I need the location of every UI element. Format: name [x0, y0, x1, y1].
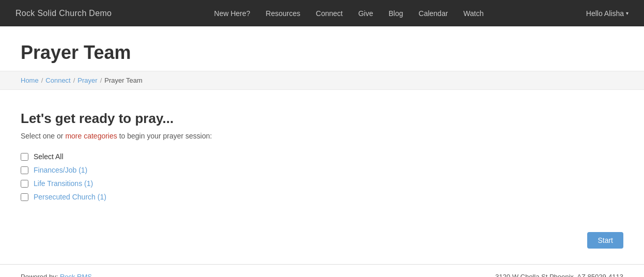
navbar-user[interactable]: Hello Alisha ▾ [586, 9, 629, 18]
breadcrumb-separator-3: / [100, 76, 102, 84]
nav-link-watch[interactable]: Watch [463, 9, 483, 18]
pray-subtext-before: Select one or [21, 132, 64, 140]
pray-subtext-highlight: more categories [65, 132, 117, 140]
checkbox-life-transitions-label[interactable]: Life Transitions (1) [34, 179, 93, 188]
nav-link-resources[interactable]: Resources [266, 9, 301, 18]
breadcrumb-current: Prayer Team [104, 76, 142, 84]
checkbox-select-all-input[interactable] [21, 153, 28, 161]
nav-link-blog[interactable]: Blog [388, 9, 403, 18]
checkbox-finances-job-label[interactable]: Finances/Job (1) [34, 166, 87, 174]
breadcrumb-separator-2: / [73, 76, 75, 84]
footer-powered-by-label: Powered by: [21, 273, 58, 277]
nav-link-new-here[interactable]: New Here? [214, 9, 250, 18]
navbar-brand: Rock Solid Church Demo [15, 9, 112, 18]
footer-address: 3120 W Cholla St Phoenix, AZ 85029-4113 [495, 273, 623, 277]
checkbox-persecuted-church-input[interactable] [21, 193, 28, 201]
footer-powered-by: Powered by: Rock RMS [21, 273, 92, 277]
checkbox-item-finances-job: Finances/Job (1) [21, 166, 623, 174]
start-button-container: Start [0, 232, 644, 264]
footer-rock-rms-link[interactable]: Rock RMS [60, 273, 92, 277]
navbar: Rock Solid Church Demo New Here? Resourc… [0, 0, 644, 26]
user-greeting-text: Hello Alisha [586, 9, 624, 18]
checkbox-item-select-all: Select All [21, 152, 623, 161]
breadcrumb-prayer[interactable]: Prayer [77, 76, 97, 84]
checkbox-item-life-transitions: Life Transitions (1) [21, 179, 623, 188]
page-title: Prayer Team [21, 42, 623, 64]
main-content: Let's get ready to pray... Select one or… [0, 90, 644, 232]
checkbox-select-all-label[interactable]: Select All [34, 152, 64, 161]
chevron-down-icon: ▾ [626, 10, 629, 16]
start-button[interactable]: Start [587, 232, 623, 249]
breadcrumb-home[interactable]: Home [21, 76, 39, 84]
breadcrumb-connect[interactable]: Connect [45, 76, 70, 84]
checkbox-list: Select All Finances/Job (1) Life Transit… [21, 152, 623, 201]
pray-subtext: Select one or more categories to begin y… [21, 132, 623, 140]
checkbox-item-persecuted-church: Persecuted Church (1) [21, 193, 623, 201]
footer: Powered by: Rock RMS 3120 W Cholla St Ph… [0, 264, 644, 277]
navbar-links: New Here? Resources Connect Give Blog Ca… [214, 9, 484, 18]
pray-heading: Let's get ready to pray... [21, 111, 623, 127]
page-header: Prayer Team [0, 26, 644, 64]
nav-link-connect[interactable]: Connect [316, 9, 343, 18]
pray-subtext-after: to begin your prayer session: [119, 132, 212, 140]
checkbox-life-transitions-input[interactable] [21, 180, 28, 188]
breadcrumb: Home / Connect / Prayer / Prayer Team [0, 71, 644, 90]
breadcrumb-separator-1: / [41, 76, 43, 84]
checkbox-finances-job-input[interactable] [21, 166, 28, 174]
checkbox-persecuted-church-label[interactable]: Persecuted Church (1) [34, 193, 106, 201]
nav-link-calendar[interactable]: Calendar [419, 9, 448, 18]
nav-link-give[interactable]: Give [358, 9, 373, 18]
